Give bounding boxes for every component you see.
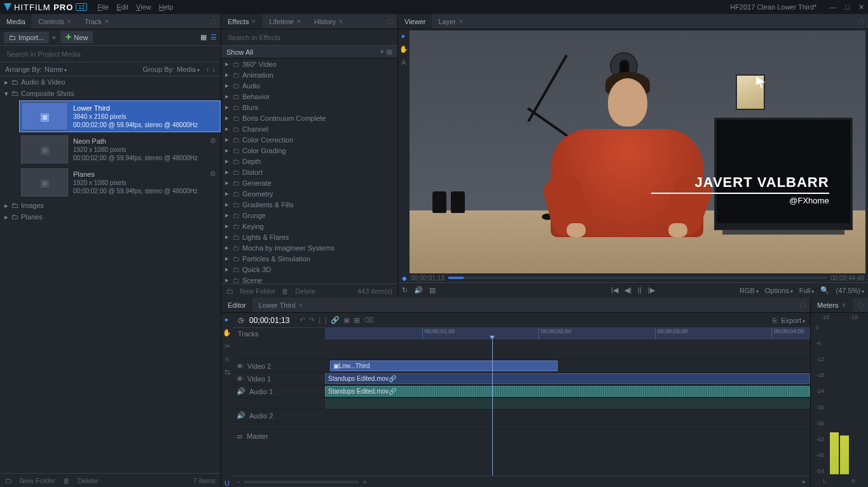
speaker-icon[interactable]: 🔊 — [237, 411, 245, 420]
sort-asc-icon[interactable]: ↑ — [206, 65, 210, 73]
snap-tool-icon[interactable]: ⎋ — [225, 355, 230, 363]
effect-folder[interactable]: ▸🗀Mocha by Imagineer Systems — [221, 242, 397, 253]
view-thumbnails-icon[interactable]: ▦ — [200, 33, 207, 41]
insert-icon[interactable]: ▣ — [343, 316, 350, 324]
close-icon[interactable]: ✕ — [296, 18, 301, 25]
tab-media[interactable]: Media — [0, 14, 32, 29]
select-tool-icon[interactable]: ▸ — [225, 315, 229, 324]
new-folder-button[interactable]: New Folder — [240, 287, 275, 295]
channel-select[interactable]: RGB — [740, 287, 759, 294]
close-icon[interactable]: ✕ — [67, 18, 72, 25]
tab-viewer[interactable]: Viewer — [398, 14, 432, 29]
effect-folder[interactable]: ▸🗀360° Video — [221, 58, 397, 69]
gear-icon[interactable]: ⚙ — [210, 170, 216, 178]
track-audio-1[interactable]: 🔊Audio 1 — [233, 387, 325, 395]
effect-folder[interactable]: ▸🗀Particles & Simulation — [221, 253, 397, 264]
effect-folder[interactable]: ▸🗀Generate — [221, 177, 397, 188]
step-back-icon[interactable]: ◀| — [624, 286, 631, 294]
close-icon[interactable]: ✕ — [338, 18, 343, 25]
effect-folder[interactable]: ▸🗀Gradients & Fills — [221, 199, 397, 210]
help-icon[interactable]: ◌ — [210, 17, 217, 25]
sort-desc-icon[interactable]: ↓ — [212, 65, 216, 73]
magnet-icon[interactable]: U — [224, 479, 230, 487]
resolution-select[interactable]: Full — [799, 287, 815, 294]
folder-audio-video[interactable]: 🗀Audio & Video — [0, 76, 221, 88]
effects-show-all[interactable]: Show All▾ ▦ — [221, 46, 397, 58]
eye-icon[interactable]: 👁 — [237, 375, 244, 383]
help-icon[interactable]: ◌ — [800, 301, 806, 309]
effect-folder[interactable]: ▸🗀Distort — [221, 167, 397, 177]
hand-tool-icon[interactable]: ✋ — [399, 45, 408, 53]
viewport[interactable]: JAVERT VALBARR @FXhome — [410, 31, 865, 273]
zoom-icon[interactable]: 🔍 — [820, 286, 829, 294]
redo-icon[interactable]: ↷ — [309, 316, 315, 324]
tab-layer[interactable]: Layer✕ — [432, 14, 470, 29]
timeline-ruler[interactable]: 00;00;01;00 00;00;02;00 00;00;03;00 00;0… — [325, 328, 810, 340]
delete-button[interactable]: Delete — [78, 477, 98, 484]
step-forward-icon[interactable]: |▶ — [648, 286, 655, 294]
track-video-2[interactable]: 👁Video 2 — [233, 362, 325, 370]
undo-icon[interactable]: ↶ — [300, 316, 305, 324]
effect-folder[interactable]: ▸🗀Scene — [221, 275, 397, 284]
effect-folder[interactable]: ▸🗀Behavior — [221, 91, 397, 102]
slice-tool-icon[interactable]: ✂ — [224, 342, 230, 350]
tab-controls[interactable]: Controls✕ — [32, 14, 78, 29]
zoom-out-icon[interactable]: − — [237, 478, 240, 486]
clip-standups-audio[interactable]: Standups Edited.mov 🔗 — [325, 386, 810, 397]
speaker-icon[interactable]: 🔊 — [237, 387, 245, 395]
menu-help[interactable]: Help — [159, 3, 174, 11]
sliders-icon[interactable]: ⚌ — [237, 432, 243, 440]
media-search-input[interactable] — [5, 50, 216, 58]
effect-folder[interactable]: ▸🗀Color Correction — [221, 134, 397, 145]
effect-folder[interactable]: ▸🗀Animation — [221, 69, 397, 80]
go-start-icon[interactable]: |◀ — [611, 286, 618, 294]
effect-folder[interactable]: ▸🗀Depth — [221, 156, 397, 167]
effect-folder[interactable]: ▸🗀Grunge — [221, 210, 397, 221]
text-tool-icon[interactable]: A — [401, 58, 406, 66]
zoom-in-icon[interactable]: + — [362, 478, 366, 486]
import-dropdown-icon[interactable]: ▸ — [53, 33, 57, 41]
close-icon[interactable]: ✕ — [458, 18, 464, 25]
comp-item-planes[interactable]: ▣ Planes 1920 x 1080 pixels 00;00;02;00 … — [19, 167, 221, 198]
eye-icon[interactable]: 👁 — [237, 362, 244, 370]
effect-folder[interactable]: ▸🗀Keying — [221, 221, 397, 231]
menu-file[interactable]: File — [97, 3, 109, 11]
folder-images[interactable]: 🗀Images — [0, 200, 221, 211]
comp-item-lower-third[interactable]: ▣ Lower Third 3840 x 2160 pixels 00;00;0… — [19, 100, 221, 132]
help-icon[interactable]: ◌ — [858, 301, 864, 309]
menu-edit[interactable]: Edit — [116, 3, 128, 11]
hand-tool-icon[interactable]: ✋ — [223, 329, 231, 337]
close-icon[interactable]: ✕ — [251, 18, 256, 25]
tab-history[interactable]: History✕ — [308, 14, 350, 29]
track-video-1[interactable]: 👁Video 1 — [233, 375, 325, 383]
tab-meters[interactable]: Meters✕ — [811, 298, 853, 312]
arrange-by-value[interactable]: Name — [45, 65, 67, 73]
close-icon[interactable]: ✕ — [841, 302, 846, 308]
timeline-timecode[interactable]: 00;00;01;13 — [249, 316, 289, 325]
tab-lower-third-comp[interactable]: Lower Third✕ — [252, 298, 310, 312]
play-pause-icon[interactable]: || — [638, 286, 642, 294]
effect-folder[interactable]: ▸🗀Color Grading — [221, 145, 397, 156]
options-menu[interactable]: Options — [765, 287, 793, 294]
effect-folder[interactable]: ▸🗀Geometry — [221, 188, 397, 199]
effect-folder[interactable]: ▸🗀Blurs — [221, 102, 397, 113]
playhead[interactable] — [492, 340, 493, 476]
effect-folder[interactable]: ▸🗀Boris Continuum Complete — [221, 113, 397, 123]
comp-item-neon-path[interactable]: ▣ Neon Path 1920 x 1080 pixels 00;00;02;… — [19, 134, 221, 165]
effect-folder[interactable]: ▸🗀Audio — [221, 80, 397, 91]
view-list-icon[interactable]: ☰ — [210, 33, 217, 41]
help-icon[interactable]: ◌ — [387, 17, 394, 25]
mark-in-icon[interactable]: [ — [319, 316, 320, 324]
import-button[interactable]: 🗀Import... — [4, 32, 49, 43]
effect-folder[interactable]: ▸🗀Lights & Flares — [221, 231, 397, 242]
gear-icon[interactable]: ⚙ — [210, 104, 216, 112]
close-icon[interactable]: ✕ — [298, 302, 303, 308]
clip-standups-video[interactable]: Standups Edited.mov 🔗 — [325, 373, 810, 384]
folder-planes[interactable]: 🗀Planes — [0, 211, 221, 223]
window-maximize-icon[interactable]: □ — [845, 3, 850, 11]
effect-folder[interactable]: ▸🗀Quick 3D — [221, 264, 397, 275]
help-icon[interactable]: ◌ — [858, 17, 864, 25]
progress-scrubber[interactable] — [448, 277, 827, 279]
new-button[interactable]: ✚New — [60, 31, 93, 43]
gear-icon[interactable]: ⚙ — [210, 137, 216, 145]
